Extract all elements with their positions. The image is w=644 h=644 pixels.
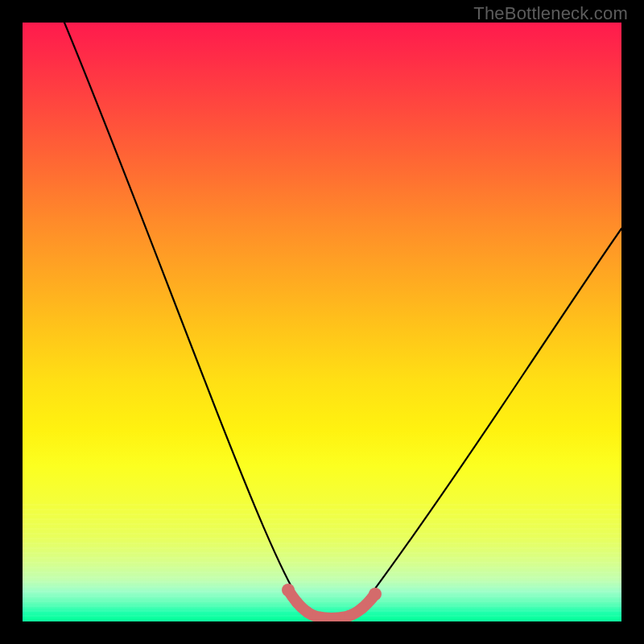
plot-area [23, 23, 621, 621]
watermark-text: TheBottleneck.com [473, 3, 628, 24]
chart-frame: TheBottleneck.com [0, 0, 644, 644]
curve-layer [23, 23, 621, 621]
sweet-spot-highlight [282, 584, 382, 618]
bottleneck-curve [64, 23, 621, 618]
svg-point-0 [282, 584, 295, 597]
svg-point-1 [369, 588, 382, 601]
